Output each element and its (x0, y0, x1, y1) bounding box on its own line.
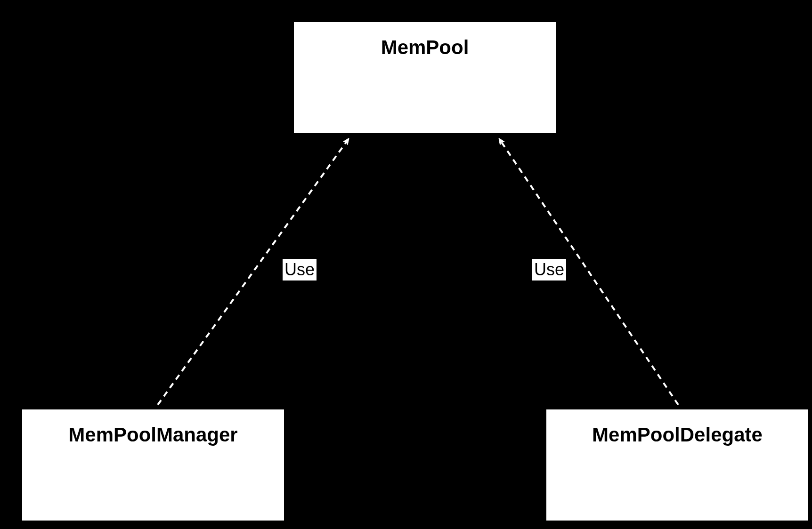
edge-left-line (158, 139, 349, 405)
node-mempooldelegate: MemPoolDelegate (545, 409, 809, 521)
node-mempool: MemPool (293, 21, 557, 134)
edge-left-label: Use (283, 259, 317, 281)
node-mempool-label: MemPool (381, 36, 469, 59)
edge-right-line (499, 139, 678, 405)
node-mempoolmanager-label: MemPoolManager (68, 424, 237, 446)
node-mempooldelegate-label: MemPoolDelegate (592, 424, 763, 446)
edge-right-label: Use (532, 259, 566, 281)
node-mempoolmanager: MemPoolManager (21, 409, 285, 521)
class-diagram: MemPool MemPoolManager MemPoolDelegate U… (0, 0, 812, 529)
